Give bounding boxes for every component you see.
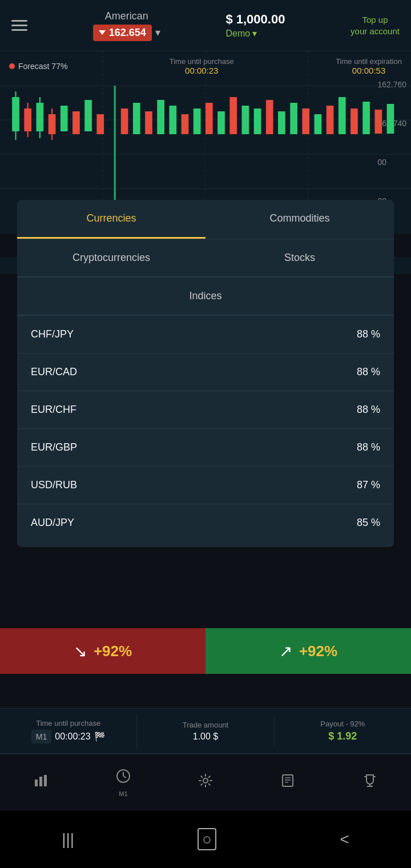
asset-row-chfjpy[interactable]: CHF/JPY 88 % [17,316,394,353]
tab-cryptocurrencies[interactable]: Cryptocurrencies [17,239,206,277]
svg-rect-36 [266,100,273,134]
clock-label: M1 [119,790,127,797]
asset-price: 162.654 [109,27,146,39]
android-back-icon: < [340,830,349,848]
asset-name: American [105,10,148,22]
tab-stocks[interactable]: Stocks [206,239,394,277]
android-back-button[interactable]: < [340,830,349,849]
menu-button[interactable] [11,20,27,31]
svg-rect-46 [387,104,394,134]
svg-point-53 [203,778,208,783]
asset-row-eurgbp[interactable]: EUR/GBP 88 % [17,429,394,467]
chevron-down-icon[interactable]: ▾ [155,26,160,39]
buy-icon: ↗ [279,642,292,661]
svg-rect-24 [121,108,128,134]
time-expiration-label: Time until expiration [336,57,402,66]
svg-rect-21 [84,100,92,131]
forecast-badge: Forecast 77% [9,57,67,75]
nav-clock[interactable]: M1 [115,768,131,797]
top-up-button[interactable]: Top up your account [350,14,400,37]
svg-rect-47 [35,779,38,786]
nav-trophy[interactable] [362,773,378,793]
sell-icon: ↘ [74,642,87,661]
android-nav: ||| ○ < [0,811,411,868]
nav-book[interactable] [280,773,296,793]
time-purchase-block: Time until purchase 00:00:23 [170,57,234,75]
sell-button[interactable]: ↘ +92% [0,628,206,674]
svg-rect-31 [206,103,213,134]
category-tabs-row1: Currencies Commodities [17,200,394,239]
trade-payout-section: Payout - 92% $ 1.92 [275,715,411,747]
svg-rect-28 [169,106,176,134]
svg-rect-37 [278,111,285,134]
svg-rect-22 [96,114,104,134]
asset-row-usdrub[interactable]: USD/RUB 87 % [17,467,394,504]
android-home-button[interactable]: ○ [198,830,216,849]
svg-rect-54 [283,775,293,786]
category-tabs-row2: Cryptocurrencies Stocks [17,239,394,278]
time-m1-badge: M1 [31,730,51,744]
android-menu-button[interactable]: ||| [62,830,74,849]
trade-time-value: 00:00:23 [55,732,90,742]
demo-label: Demo [225,29,250,39]
svg-rect-29 [182,114,189,134]
demo-badge[interactable]: Demo ▾ [225,28,257,39]
demo-chevron-icon: ▾ [252,28,257,39]
chart-overlay: Forecast 77% Time until purchase 00:00:2… [0,51,411,81]
flag-icon: 🏁 [94,731,106,742]
nav-chart[interactable] [33,773,49,793]
trade-amount-value-wrapper: 1.00 $ [193,732,218,742]
asset-pct-eurgbp: 88 % [357,441,380,453]
bottom-nav: M1 [0,754,411,811]
svg-rect-44 [362,102,370,134]
svg-rect-39 [302,108,309,134]
asset-list: CHF/JPY 88 % EUR/CAD 88 % EUR/CHF 88 % E… [17,316,394,541]
time-purchase-label: Time until purchase [170,57,234,66]
buy-button[interactable]: ↗ +92% [206,628,411,674]
svg-rect-41 [327,106,334,134]
trade-buttons: ↘ +92% ↗ +92% [0,628,411,674]
svg-rect-7 [12,97,19,131]
svg-rect-40 [315,114,322,134]
nav-settings[interactable] [198,773,213,793]
top-up-line2: your account [350,26,400,36]
asset-pair-eurcad: EUR/CAD [31,366,77,378]
settings-icon [198,773,213,793]
svg-rect-48 [39,777,42,786]
category-tabs-row3: Indices [17,278,394,316]
trade-amount-section: Trade amount 1.00 $ [137,716,274,746]
clock-icon [115,768,131,788]
tab-indices[interactable]: Indices [17,278,394,315]
top-up-line1: Top up [362,15,388,25]
android-home-icon: ○ [198,828,216,850]
asset-pct-usdrub: 87 % [357,479,380,491]
svg-rect-34 [242,106,249,134]
tab-currencies[interactable]: Currencies [17,200,206,239]
trade-amount-value: 1.00 $ [193,732,218,742]
svg-rect-35 [254,108,261,134]
trade-time-value-wrapper: M1 00:00:23 🏁 [31,730,106,744]
asset-row-audjpy[interactable]: AUD/JPY 85 % [17,504,394,541]
svg-rect-27 [157,100,164,134]
svg-rect-45 [374,110,382,134]
svg-rect-42 [339,97,346,134]
svg-rect-25 [133,103,140,134]
svg-line-52 [123,776,126,778]
asset-pair-eurgbp: EUR/GBP [31,441,77,453]
asset-pair-chfjpy: CHF/JPY [31,328,74,340]
android-menu-icon: ||| [62,830,74,848]
balance-amount: $ 1,000.00 [225,12,285,27]
trade-amount-label: Trade amount [183,721,228,729]
price-down-badge: 162.654 [93,25,152,41]
asset-row-eurchf[interactable]: EUR/CHF 88 % [17,391,394,429]
asset-pair-audjpy: AUD/JPY [31,517,74,529]
tab-commodities[interactable]: Commodities [206,200,394,239]
svg-rect-26 [145,111,152,134]
svg-rect-13 [37,103,44,131]
svg-rect-43 [350,108,358,134]
asset-row-eurcad[interactable]: EUR/CAD 88 % [17,353,394,391]
svg-rect-19 [61,106,68,131]
svg-rect-33 [229,97,237,134]
asset-pct-eurchf: 88 % [357,404,380,416]
forecast-label: Forecast 77% [18,62,67,71]
